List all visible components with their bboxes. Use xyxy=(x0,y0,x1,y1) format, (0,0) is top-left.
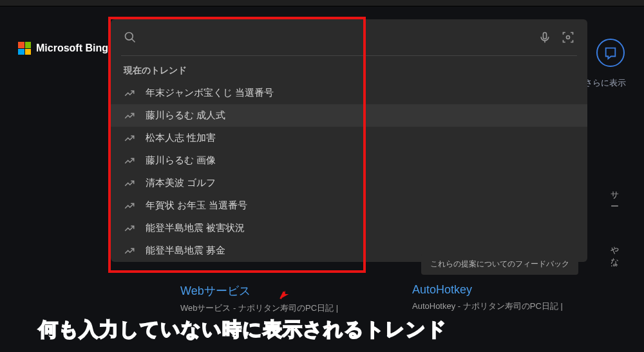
trend-item[interactable]: 藤川らるむ 成人式 xyxy=(111,104,587,127)
trend-label: 能登半島地震 被害状況 xyxy=(146,222,245,234)
bing-chat-button[interactable] xyxy=(596,39,625,67)
bing-logo[interactable]: Microsoft Bing xyxy=(18,42,108,55)
trending-up-icon xyxy=(124,110,135,122)
microsoft-logo-icon xyxy=(18,42,31,55)
trending-up-icon xyxy=(124,245,135,257)
logo-text: Microsoft Bing xyxy=(36,42,108,54)
feedback-button[interactable]: これらの提案についてのフィードバック xyxy=(421,254,578,275)
trend-label: 年賀状 お年玉 当選番号 xyxy=(146,199,247,212)
trending-up-icon xyxy=(124,133,135,144)
browser-top-bar xyxy=(0,0,644,6)
trend-label: 清本美波 ゴルフ xyxy=(146,177,216,189)
search-bar xyxy=(111,19,587,55)
trends-header: 現在のトレンド xyxy=(111,56,587,82)
trend-item[interactable]: 清本美波 ゴルフ xyxy=(111,172,587,194)
trend-item[interactable]: 藤川らるむ 画像 xyxy=(111,149,587,172)
trending-up-icon xyxy=(124,178,135,189)
chat-icon xyxy=(603,46,618,60)
trend-item[interactable]: 松本人志 性加害 xyxy=(111,127,587,149)
trending-up-icon xyxy=(124,88,135,99)
trend-label: 藤川らるむ 成人式 xyxy=(146,109,225,122)
search-icon xyxy=(124,31,137,44)
bg-card-title: Webサービス xyxy=(180,283,386,299)
search-panel: 現在のトレンド 年末ジャンボ宝くじ 当選番号 藤川らるむ 成人式 松本人志 性加… xyxy=(111,19,587,262)
svg-point-0 xyxy=(126,33,133,41)
trend-label: 松本人志 性加害 xyxy=(146,132,216,144)
bg-card-autohotkey[interactable]: AutoHotkey AutoHotkey - ナポリタン寿司のPC日記 | xyxy=(412,283,618,312)
annotation-text: 何も入力していない時に表示されるトレンド xyxy=(39,317,447,343)
svg-rect-2 xyxy=(544,33,547,39)
trend-label: 能登半島地震 募金 xyxy=(146,245,225,257)
show-more-link[interactable]: さらに表示 xyxy=(584,77,626,89)
trend-item[interactable]: 年賀状 お年玉 当選番号 xyxy=(111,194,587,217)
bg-card-desc: AutoHotkey - ナポリタン寿司のPC日記 | xyxy=(412,301,618,312)
bg-card-web-services[interactable]: Webサービス Webサービス - ナポリタン寿司のPC日記 | xyxy=(180,283,386,314)
trend-item[interactable]: 年末ジャンボ宝くじ 当選番号 xyxy=(111,82,587,104)
trending-up-icon xyxy=(124,155,135,167)
bg-fragment: サー xyxy=(611,189,619,212)
trend-label: 年末ジャンボ宝くじ 当選番号 xyxy=(146,87,274,99)
trend-item[interactable]: 能登半島地震 被害状況 xyxy=(111,217,587,239)
trend-label: 藤川らるむ 画像 xyxy=(146,154,216,167)
svg-line-1 xyxy=(132,39,135,42)
trends-list: 年末ジャンボ宝くじ 当選番号 藤川らるむ 成人式 松本人志 性加害 藤川らるむ … xyxy=(111,82,587,262)
trending-up-icon xyxy=(124,223,135,234)
bg-fragment: ... xyxy=(611,259,618,268)
svg-point-4 xyxy=(567,36,570,39)
bg-card-desc: Webサービス - ナポリタン寿司のPC日記 | xyxy=(180,302,386,314)
trending-up-icon xyxy=(124,200,135,212)
search-input[interactable] xyxy=(146,32,528,43)
visual-search-icon[interactable] xyxy=(562,31,574,44)
microphone-icon[interactable] xyxy=(538,31,551,44)
bg-card-title: AutoHotkey xyxy=(412,283,618,297)
